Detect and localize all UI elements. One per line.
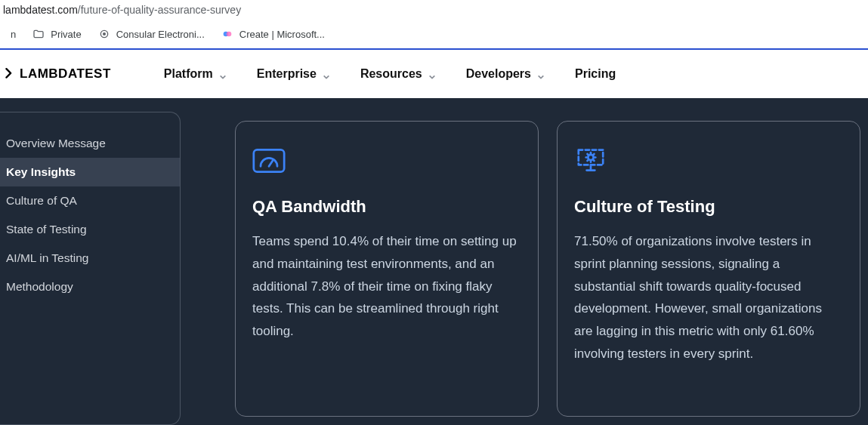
monitor-gear-icon <box>574 147 607 174</box>
nav-resources-label: Resources <box>360 67 422 81</box>
nav-enterprise[interactable]: Enterprise <box>257 67 330 81</box>
card-culture-testing: Culture of Testing 71.50% of organizatio… <box>557 121 860 417</box>
sidebar-item-ai-ml-testing[interactable]: AI/ML in Testing <box>0 244 180 273</box>
chevron-down-icon <box>537 70 545 78</box>
nav-resources[interactable]: Resources <box>360 67 436 81</box>
content-area: QA Bandwidth Teams spend 10.4% of their … <box>181 98 868 425</box>
card-culture-testing-title: Culture of Testing <box>574 197 843 217</box>
card-qa-bandwidth-body: Teams spend 10.4% of their time on setti… <box>252 230 521 343</box>
svg-line-5 <box>269 160 273 166</box>
bookmark-private-label: Private <box>51 29 81 40</box>
sidebar-item-key-insights[interactable]: Key Insights <box>0 158 180 186</box>
sidebar-item-state-of-testing[interactable]: State of Testing <box>0 215 180 244</box>
nav-platform[interactable]: Platform <box>164 67 227 81</box>
svg-rect-4 <box>254 149 284 171</box>
chevron-down-icon <box>428 70 436 78</box>
main-menu: Platform Enterprise Resources Developers… <box>164 67 616 81</box>
bookmark-private[interactable]: Private <box>32 28 81 40</box>
card-culture-testing-body: 71.50% of organizations involve testers … <box>574 230 843 365</box>
copilot-icon <box>221 28 233 40</box>
page-body: Overview Message Key Insights Culture of… <box>0 98 868 425</box>
brand-name: LAMBDATEST <box>20 66 111 82</box>
folder-icon <box>32 28 45 40</box>
seal-icon <box>98 28 110 40</box>
card-qa-bandwidth: QA Bandwidth Teams spend 10.4% of their … <box>235 121 539 417</box>
bookmark-create-ms-label: Create | Microsoft... <box>239 29 325 40</box>
sidebar-item-culture-of-qa[interactable]: Culture of QA <box>0 186 180 215</box>
nav-enterprise-label: Enterprise <box>257 67 317 81</box>
bookmark-overflow-label: n <box>11 29 16 40</box>
nav-developers-label: Developers <box>466 67 531 81</box>
bookmark-create-microsoft[interactable]: Create | Microsoft... <box>221 28 325 40</box>
url-host: lambdatest.com <box>3 4 78 16</box>
svg-line-13 <box>588 154 588 155</box>
brand-logo[interactable]: LAMBDATEST <box>5 66 111 82</box>
card-qa-bandwidth-title: QA Bandwidth <box>252 197 521 217</box>
svg-point-1 <box>103 32 106 35</box>
nav-platform-label: Platform <box>164 67 213 81</box>
chevron-down-icon <box>219 70 227 78</box>
brand-mark-icon <box>5 68 15 80</box>
gauge-icon <box>252 147 286 174</box>
url-path: /future-of-quality-assurance-survey <box>78 4 241 16</box>
site-nav: LAMBDATEST Platform Enterprise Resources… <box>0 50 868 98</box>
nav-developers[interactable]: Developers <box>466 67 545 81</box>
sidebar-item-overview-message[interactable]: Overview Message <box>0 129 180 158</box>
bookmark-consular[interactable]: Consular Electroni... <box>98 28 205 40</box>
svg-point-3 <box>226 32 231 37</box>
sidebar-item-methodology[interactable]: Methodology <box>0 273 180 301</box>
nav-pricing-label: Pricing <box>575 67 616 81</box>
svg-line-14 <box>593 160 594 161</box>
bookmark-overflow[interactable]: n <box>11 29 16 40</box>
svg-line-16 <box>588 160 588 161</box>
svg-line-15 <box>593 154 594 155</box>
bookmark-consular-label: Consular Electroni... <box>116 29 205 40</box>
bookmarks-bar: n Private Consular Electroni... Create |… <box>0 20 868 50</box>
sidebar: Overview Message Key Insights Culture of… <box>0 112 181 425</box>
chevron-down-icon <box>323 70 330 78</box>
nav-pricing[interactable]: Pricing <box>575 67 616 81</box>
browser-url-bar[interactable]: lambdatest.com/future-of-quality-assuran… <box>0 0 868 20</box>
